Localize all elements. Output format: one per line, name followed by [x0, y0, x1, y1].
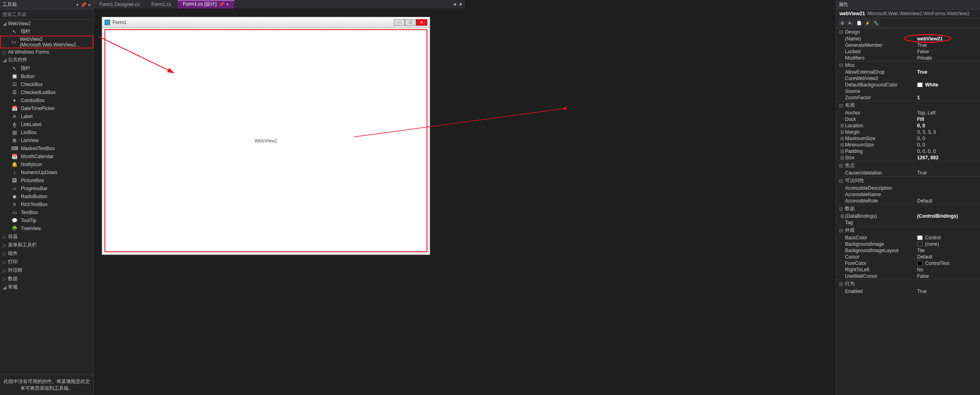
property-value[interactable]: ControlText	[917, 261, 980, 266]
property-row[interactable]: ⊞(DataBindings)(ControlBindings)	[836, 213, 980, 219]
expand-icon[interactable]: ⊞	[839, 213, 845, 219]
property-value[interactable]: 1267, 882	[917, 155, 980, 160]
collapse-icon[interactable]: ⊟	[839, 103, 843, 108]
expand-icon[interactable]: ▷	[2, 268, 6, 273]
toolbox-item[interactable]: ▱ProgressBar	[0, 184, 93, 192]
property-value[interactable]	[917, 220, 980, 225]
toolbox-item[interactable]: 📆MonthCalendar	[0, 152, 93, 160]
expand-icon[interactable]: ▷	[2, 243, 6, 248]
collapse-icon[interactable]: ⊟	[839, 281, 843, 287]
expand-icon[interactable]: ⊞	[839, 142, 845, 148]
form-close-button[interactable]: ✕	[416, 19, 427, 26]
toolbox-group[interactable]: ◢公共控件	[0, 56, 93, 64]
property-row[interactable]: RightToLeftNo	[836, 267, 980, 273]
toolbox-item[interactable]: ▤ListBox	[0, 128, 93, 136]
toolbox-item[interactable]: 🖼PictureBox	[0, 176, 93, 184]
property-value[interactable]	[917, 192, 980, 197]
toolbox-group[interactable]: ▷打印	[0, 258, 93, 266]
tab-Form1-cs[interactable]: Form1.cs	[146, 0, 177, 8]
property-category[interactable]: ⊟数据	[836, 204, 980, 213]
expand-icon[interactable]: ⊞	[839, 148, 845, 154]
property-row[interactable]: ForeColorControlText	[836, 260, 980, 267]
property-category[interactable]: ⊟行为	[836, 279, 980, 288]
property-value[interactable]: True	[917, 69, 980, 75]
expand-icon[interactable]: ◢	[2, 57, 6, 63]
form1-window[interactable]: Form1 — ☐ ✕ WebView2	[102, 17, 430, 255]
toolbox-item[interactable]: A̲LinkLabel	[0, 120, 93, 128]
toolbox-item[interactable]: ▭WebView2 (Microsoft.Web.WebView2...	[0, 36, 93, 48]
collapse-icon[interactable]: ⊟	[839, 163, 843, 168]
expand-icon[interactable]: ▷	[2, 234, 6, 240]
property-value[interactable]: Fill	[917, 116, 980, 122]
toolbox-item[interactable]: 📅DateTimePicker	[0, 104, 93, 112]
toolbox-item[interactable]: ⊞ListView	[0, 136, 93, 144]
toolbox-item[interactable]: ALabel	[0, 112, 93, 120]
maximize-button[interactable]: ☐	[405, 19, 416, 26]
dropdown-icon[interactable]: ▾	[76, 2, 79, 8]
property-value[interactable]: True	[917, 42, 980, 48]
property-row[interactable]: AccessibleRoleDefault	[836, 198, 980, 204]
toolbox-item[interactable]: ≡RichTextBox	[0, 201, 93, 209]
property-category[interactable]: ⊟可访问性	[836, 176, 980, 185]
toolbox-group[interactable]: ▷菜单和工具栏	[0, 241, 93, 249]
toolbox-group[interactable]: ▷对话框	[0, 266, 93, 275]
property-value[interactable]: Tile	[917, 248, 980, 253]
property-row[interactable]: Tag	[836, 219, 980, 226]
property-row[interactable]: ZoomFactor1	[836, 94, 980, 101]
property-row[interactable]: AccessibleDescription	[836, 185, 980, 191]
minimize-button[interactable]: —	[394, 19, 405, 26]
pin-icon[interactable]: 📌	[219, 2, 224, 6]
property-row[interactable]: ⊞MinimumSize0, 0	[836, 142, 980, 148]
property-value[interactable]: 0, 0	[917, 142, 980, 148]
property-row[interactable]: CausesValidationTrue	[836, 170, 980, 176]
property-pages-icon[interactable]: 🔧	[872, 19, 879, 26]
property-value[interactable]: Top, Left	[917, 110, 980, 116]
property-row[interactable]: GenerateMemberTrue	[836, 42, 980, 48]
toolbox-group[interactable]: ▷容器	[0, 233, 93, 241]
collapse-icon[interactable]: ⊟	[839, 178, 843, 184]
property-row[interactable]: DockFill	[836, 116, 980, 122]
property-value[interactable]: (none)	[917, 241, 980, 247]
designer-surface[interactable]: Form1 — ☐ ✕ WebView2	[94, 9, 465, 395]
property-category[interactable]: ⊟Misc	[836, 61, 980, 69]
expand-icon[interactable]: ⊞	[839, 129, 845, 135]
property-row[interactable]: AccessibleName	[836, 191, 980, 198]
collapse-icon[interactable]: ⊟	[839, 29, 843, 35]
pin-icon[interactable]: 📌	[80, 2, 87, 8]
property-value[interactable]: 0, 0	[917, 136, 980, 141]
toolbox-item[interactable]: ▾ComboBox	[0, 96, 93, 104]
toolbox-item[interactable]: ↖指针	[0, 64, 93, 72]
toolbox-item[interactable]: ↕NumericUpDown	[0, 168, 93, 176]
expand-icon[interactable]: ▷	[2, 251, 6, 257]
collapse-icon[interactable]: ⊟	[839, 228, 843, 233]
property-value[interactable]	[917, 88, 980, 94]
property-row[interactable]: ⊞Padding0, 0, 0, 0	[836, 148, 980, 154]
webview2-control[interactable]: WebView2	[105, 29, 427, 252]
property-value[interactable]	[917, 76, 980, 81]
property-value[interactable]: (ControlBindings)	[917, 213, 980, 219]
categorized-icon[interactable]: ⊞	[839, 19, 846, 26]
expand-icon[interactable]: ⊞	[839, 155, 845, 160]
property-row[interactable]: BackgroundImageLayoutTile	[836, 247, 980, 254]
toolbox-item[interactable]: ◉RadioButton	[0, 192, 93, 201]
property-value[interactable]: Control	[917, 235, 980, 241]
property-value[interactable]: 0, 0, 0, 0	[917, 148, 980, 154]
expand-icon[interactable]: ◢	[2, 285, 6, 290]
expand-icon[interactable]: ⊞	[839, 136, 845, 141]
expand-icon[interactable]: ▷	[2, 49, 6, 55]
property-value[interactable]: Private	[917, 55, 980, 61]
property-value[interactable]: True	[917, 170, 980, 176]
property-value[interactable]: No	[917, 267, 980, 273]
property-row[interactable]: ModifiersPrivate	[836, 55, 980, 61]
property-value[interactable]: Default	[917, 198, 980, 204]
property-value[interactable]: webView21	[917, 36, 980, 42]
property-value[interactable]: True	[917, 289, 980, 294]
property-row[interactable]: BackColorControl	[836, 235, 980, 241]
alphabetical-icon[interactable]: A↓	[847, 19, 854, 26]
toolbox-item[interactable]: 🔔NotifyIcon	[0, 160, 93, 168]
expand-icon[interactable]: ▷	[2, 276, 6, 282]
toolbox-item[interactable]: ↖指针	[0, 27, 93, 36]
toolbox-item[interactable]: ⌨MaskedTextBox	[0, 144, 93, 152]
property-row[interactable]: BackgroundImage(none)	[836, 241, 980, 247]
close-icon[interactable]: ×	[226, 2, 229, 6]
